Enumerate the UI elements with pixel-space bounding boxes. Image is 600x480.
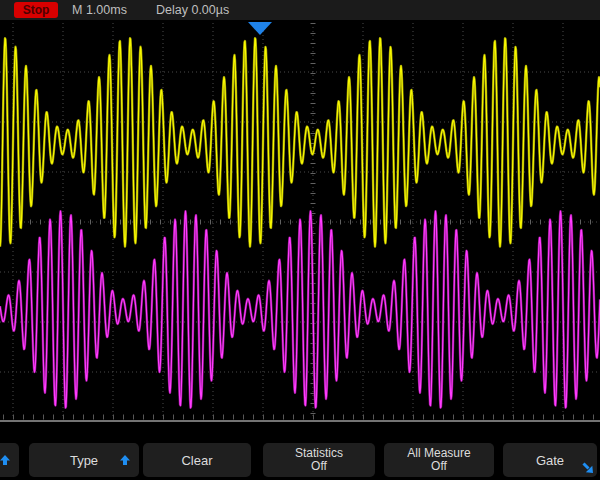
menu-back-button[interactable] [0, 443, 19, 477]
delay-readout: Delay 0.00µs [156, 3, 229, 17]
all-measure-button-label: All Measure [407, 447, 470, 461]
gate-button[interactable]: Gate [503, 443, 597, 477]
clear-button-label: Clear [181, 453, 212, 468]
statistics-button-label: Statistics [295, 447, 343, 461]
all-measure-button-value: Off [431, 460, 447, 474]
clear-button[interactable]: Clear [143, 443, 251, 477]
timebase-readout: M 1.00ms [72, 3, 127, 17]
type-button[interactable]: Type [29, 443, 139, 477]
status-bar: Stop M 1.00ms Delay 0.00µs [0, 0, 600, 20]
trigger-position-marker [248, 22, 272, 35]
gate-button-label: Gate [536, 453, 564, 468]
type-button-label: Type [70, 453, 98, 468]
softkey-menu: Type Clear Statistics Off All Measure Of… [0, 443, 600, 477]
statistics-button[interactable]: Statistics Off [263, 443, 375, 477]
down-right-arrow-icon [581, 461, 594, 474]
waveform-display [0, 0, 600, 480]
run-state-indicator: Stop [14, 2, 58, 18]
up-arrow-icon [119, 454, 131, 466]
statistics-button-value: Off [311, 460, 327, 474]
all-measure-button[interactable]: All Measure Off [384, 443, 494, 477]
oscilloscope-screen: { "topbar": { "run_state": "Stop", "time… [0, 0, 600, 480]
up-arrow-icon [0, 454, 11, 466]
